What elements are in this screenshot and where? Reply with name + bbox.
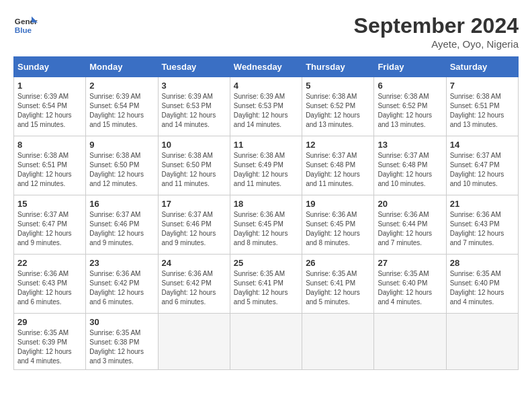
day-number: 22 bbox=[17, 258, 82, 268]
day-number: 16 bbox=[89, 199, 154, 209]
day-number: 30 bbox=[89, 317, 154, 327]
calendar-day-cell: 22 Sunrise: 6:36 AM Sunset: 6:43 PM Dayl… bbox=[14, 255, 86, 314]
calendar-day-cell: 2 Sunrise: 6:39 AM Sunset: 6:54 PM Dayli… bbox=[86, 77, 158, 136]
day-info: Sunrise: 6:35 AM Sunset: 6:38 PM Dayligh… bbox=[89, 328, 154, 366]
calendar-day-cell: 17 Sunrise: 6:37 AM Sunset: 6:46 PM Dayl… bbox=[158, 195, 230, 255]
day-number: 15 bbox=[17, 199, 82, 209]
day-info: Sunrise: 6:35 AM Sunset: 6:40 PM Dayligh… bbox=[378, 269, 442, 307]
day-number: 6 bbox=[378, 81, 442, 91]
calendar-day-cell: 12 Sunrise: 6:37 AM Sunset: 6:48 PM Dayl… bbox=[302, 136, 374, 195]
day-info: Sunrise: 6:35 AM Sunset: 6:41 PM Dayligh… bbox=[234, 269, 298, 307]
header-wednesday: Wednesday bbox=[230, 57, 302, 77]
calendar-day-cell bbox=[302, 314, 374, 370]
calendar-week-row: 22 Sunrise: 6:36 AM Sunset: 6:43 PM Dayl… bbox=[14, 255, 519, 314]
calendar-day-cell: 5 Sunrise: 6:38 AM Sunset: 6:52 PM Dayli… bbox=[302, 77, 374, 136]
day-number: 7 bbox=[450, 81, 515, 91]
calendar-day-cell: 1 Sunrise: 6:39 AM Sunset: 6:54 PM Dayli… bbox=[14, 77, 86, 136]
day-number: 25 bbox=[234, 258, 298, 268]
day-info: Sunrise: 6:36 AM Sunset: 6:43 PM Dayligh… bbox=[17, 269, 82, 307]
calendar-day-cell bbox=[230, 314, 302, 370]
calendar-day-cell: 10 Sunrise: 6:38 AM Sunset: 6:50 PM Dayl… bbox=[158, 136, 230, 195]
page-header: General Blue September 2024 Ayete, Oyo, … bbox=[13, 13, 519, 50]
calendar-day-cell: 25 Sunrise: 6:35 AM Sunset: 6:41 PM Dayl… bbox=[230, 255, 302, 314]
day-number: 20 bbox=[378, 199, 442, 209]
calendar-day-cell: 18 Sunrise: 6:36 AM Sunset: 6:45 PM Dayl… bbox=[230, 195, 302, 255]
day-info: Sunrise: 6:37 AM Sunset: 6:47 PM Dayligh… bbox=[17, 210, 82, 248]
calendar-day-cell: 7 Sunrise: 6:38 AM Sunset: 6:51 PM Dayli… bbox=[446, 77, 518, 136]
day-info: Sunrise: 6:37 AM Sunset: 6:46 PM Dayligh… bbox=[89, 210, 154, 248]
header-monday: Monday bbox=[86, 57, 158, 77]
day-number: 28 bbox=[450, 258, 515, 268]
header-sunday: Sunday bbox=[14, 57, 86, 77]
calendar-day-cell: 4 Sunrise: 6:39 AM Sunset: 6:53 PM Dayli… bbox=[230, 77, 302, 136]
day-number: 2 bbox=[89, 81, 154, 91]
day-info: Sunrise: 6:36 AM Sunset: 6:43 PM Dayligh… bbox=[450, 210, 515, 248]
calendar-day-cell bbox=[446, 314, 518, 370]
day-info: Sunrise: 6:38 AM Sunset: 6:50 PM Dayligh… bbox=[162, 151, 226, 189]
weekday-header-row: Sunday Monday Tuesday Wednesday Thursday… bbox=[14, 57, 519, 77]
calendar-day-cell: 3 Sunrise: 6:39 AM Sunset: 6:53 PM Dayli… bbox=[158, 77, 230, 136]
month-title: September 2024 bbox=[354, 13, 519, 38]
day-info: Sunrise: 6:36 AM Sunset: 6:45 PM Dayligh… bbox=[234, 210, 298, 248]
day-number: 4 bbox=[234, 81, 298, 91]
day-number: 1 bbox=[17, 81, 82, 91]
header-friday: Friday bbox=[374, 57, 446, 77]
calendar-day-cell: 6 Sunrise: 6:38 AM Sunset: 6:52 PM Dayli… bbox=[374, 77, 446, 136]
calendar-day-cell: 19 Sunrise: 6:36 AM Sunset: 6:45 PM Dayl… bbox=[302, 195, 374, 255]
calendar-day-cell: 30 Sunrise: 6:35 AM Sunset: 6:38 PM Dayl… bbox=[86, 314, 158, 370]
day-number: 21 bbox=[450, 199, 515, 209]
day-info: Sunrise: 6:38 AM Sunset: 6:50 PM Dayligh… bbox=[89, 151, 154, 189]
day-info: Sunrise: 6:36 AM Sunset: 6:42 PM Dayligh… bbox=[162, 269, 226, 307]
calendar-day-cell: 29 Sunrise: 6:35 AM Sunset: 6:39 PM Dayl… bbox=[14, 314, 86, 370]
calendar-table: Sunday Monday Tuesday Wednesday Thursday… bbox=[13, 56, 519, 370]
day-info: Sunrise: 6:38 AM Sunset: 6:49 PM Dayligh… bbox=[234, 151, 298, 189]
day-info: Sunrise: 6:37 AM Sunset: 6:46 PM Dayligh… bbox=[162, 210, 226, 248]
day-info: Sunrise: 6:37 AM Sunset: 6:48 PM Dayligh… bbox=[378, 151, 442, 189]
calendar-day-cell bbox=[374, 314, 446, 370]
day-number: 12 bbox=[306, 140, 370, 150]
header-saturday: Saturday bbox=[446, 57, 518, 77]
day-info: Sunrise: 6:36 AM Sunset: 6:44 PM Dayligh… bbox=[378, 210, 442, 248]
logo: General Blue bbox=[13, 13, 38, 38]
day-number: 18 bbox=[234, 199, 298, 209]
svg-text:Blue: Blue bbox=[15, 26, 32, 34]
day-number: 26 bbox=[306, 258, 370, 268]
calendar-day-cell: 8 Sunrise: 6:38 AM Sunset: 6:51 PM Dayli… bbox=[14, 136, 86, 195]
day-number: 11 bbox=[234, 140, 298, 150]
day-number: 17 bbox=[162, 199, 226, 209]
day-info: Sunrise: 6:35 AM Sunset: 6:39 PM Dayligh… bbox=[17, 328, 82, 366]
day-info: Sunrise: 6:38 AM Sunset: 6:51 PM Dayligh… bbox=[17, 151, 82, 189]
calendar-day-cell: 13 Sunrise: 6:37 AM Sunset: 6:48 PM Dayl… bbox=[374, 136, 446, 195]
day-info: Sunrise: 6:39 AM Sunset: 6:53 PM Dayligh… bbox=[162, 92, 226, 130]
day-number: 29 bbox=[17, 317, 82, 327]
calendar-day-cell: 9 Sunrise: 6:38 AM Sunset: 6:50 PM Dayli… bbox=[86, 136, 158, 195]
calendar-day-cell: 24 Sunrise: 6:36 AM Sunset: 6:42 PM Dayl… bbox=[158, 255, 230, 314]
day-number: 3 bbox=[162, 81, 226, 91]
day-info: Sunrise: 6:36 AM Sunset: 6:42 PM Dayligh… bbox=[89, 269, 154, 307]
calendar-week-row: 1 Sunrise: 6:39 AM Sunset: 6:54 PM Dayli… bbox=[14, 77, 519, 136]
day-info: Sunrise: 6:38 AM Sunset: 6:52 PM Dayligh… bbox=[306, 92, 370, 130]
calendar-day-cell: 20 Sunrise: 6:36 AM Sunset: 6:44 PM Dayl… bbox=[374, 195, 446, 255]
day-number: 23 bbox=[89, 258, 154, 268]
day-number: 13 bbox=[378, 140, 442, 150]
day-info: Sunrise: 6:36 AM Sunset: 6:45 PM Dayligh… bbox=[306, 210, 370, 248]
calendar-day-cell: 26 Sunrise: 6:35 AM Sunset: 6:41 PM Dayl… bbox=[302, 255, 374, 314]
day-info: Sunrise: 6:37 AM Sunset: 6:48 PM Dayligh… bbox=[306, 151, 370, 189]
calendar-week-row: 8 Sunrise: 6:38 AM Sunset: 6:51 PM Dayli… bbox=[14, 136, 519, 195]
calendar-day-cell: 21 Sunrise: 6:36 AM Sunset: 6:43 PM Dayl… bbox=[446, 195, 518, 255]
calendar-day-cell: 28 Sunrise: 6:35 AM Sunset: 6:40 PM Dayl… bbox=[446, 255, 518, 314]
day-info: Sunrise: 6:38 AM Sunset: 6:52 PM Dayligh… bbox=[378, 92, 442, 130]
calendar-day-cell: 16 Sunrise: 6:37 AM Sunset: 6:46 PM Dayl… bbox=[86, 195, 158, 255]
day-number: 19 bbox=[306, 199, 370, 209]
day-number: 9 bbox=[89, 140, 154, 150]
day-number: 27 bbox=[378, 258, 442, 268]
header-thursday: Thursday bbox=[302, 57, 374, 77]
day-info: Sunrise: 6:39 AM Sunset: 6:54 PM Dayligh… bbox=[17, 92, 82, 130]
calendar-day-cell: 15 Sunrise: 6:37 AM Sunset: 6:47 PM Dayl… bbox=[14, 195, 86, 255]
calendar-week-row: 15 Sunrise: 6:37 AM Sunset: 6:47 PM Dayl… bbox=[14, 195, 519, 255]
day-info: Sunrise: 6:38 AM Sunset: 6:51 PM Dayligh… bbox=[450, 92, 515, 130]
calendar-day-cell: 23 Sunrise: 6:36 AM Sunset: 6:42 PM Dayl… bbox=[86, 255, 158, 314]
calendar-day-cell bbox=[158, 314, 230, 370]
day-info: Sunrise: 6:37 AM Sunset: 6:47 PM Dayligh… bbox=[450, 151, 515, 189]
day-info: Sunrise: 6:39 AM Sunset: 6:53 PM Dayligh… bbox=[234, 92, 298, 130]
